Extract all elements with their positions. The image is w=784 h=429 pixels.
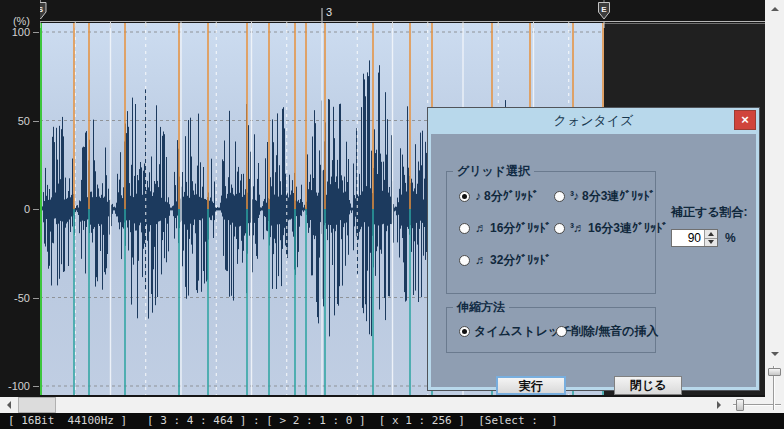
down-arrow-icon bbox=[771, 352, 779, 360]
spinner-down-button[interactable] bbox=[705, 238, 717, 247]
thirtysecond-note-icon: ♬ bbox=[475, 253, 486, 267]
group-label: 伸縮方法 bbox=[453, 300, 509, 315]
axis-tick bbox=[33, 32, 39, 33]
vertical-zoom-slider-thumb[interactable] bbox=[768, 368, 781, 376]
axis-tick bbox=[33, 298, 39, 299]
axis-tick bbox=[33, 209, 39, 210]
radio-16th-triplet-grid[interactable]: ³♬ 16分3連ｸﾞﾘｯﾄﾞ bbox=[554, 221, 668, 235]
spinner-up-button[interactable] bbox=[705, 230, 717, 238]
radio-button[interactable] bbox=[459, 191, 470, 202]
close-button[interactable]: 閉じる bbox=[614, 376, 682, 395]
vertical-scrollbar[interactable] bbox=[765, 0, 784, 413]
radio-button[interactable] bbox=[459, 326, 470, 337]
svg-text:S: S bbox=[40, 5, 44, 14]
quantize-dialog: クォンタイズ × グリッド選択 ♪ 8分ｸﾞﾘｯﾄﾞ ³♪ 8分3連ｸﾞﾘｯﾄﾞ… bbox=[428, 108, 759, 390]
radio-label: 8分ｸﾞﾘｯﾄﾞ bbox=[484, 188, 539, 205]
axis-tick bbox=[33, 386, 39, 387]
radio-8th-triplet-grid[interactable]: ³♪ 8分3連ｸﾞﾘｯﾄﾞ bbox=[554, 189, 655, 203]
eighth-note-icon: ♪ bbox=[475, 189, 480, 203]
percent-unit-label: % bbox=[725, 231, 736, 245]
down-arrow-icon bbox=[708, 240, 714, 247]
status-bar: [ 16Bit 44100Hz ] [ 3 : 4 : 464 ] : [ > … bbox=[0, 413, 784, 429]
up-arrow-icon bbox=[708, 229, 714, 236]
axis-tick-label: -100 bbox=[0, 379, 30, 393]
radio-delete-insert-silence[interactable]: 削除/無音の挿入 bbox=[556, 324, 659, 338]
axis-tick-label: 50 bbox=[0, 114, 30, 128]
radio-label: 32分ｸﾞﾘｯﾄﾞ bbox=[490, 252, 551, 269]
sixteenth-triplet-note-icon: ³♬ bbox=[570, 221, 584, 235]
eighth-triplet-note-icon: ³♪ bbox=[570, 189, 578, 203]
radio-16th-grid[interactable]: ♬ 16分ｸﾞﾘｯﾄﾞ bbox=[459, 221, 551, 235]
correction-ratio-spinner[interactable]: 90 bbox=[671, 229, 718, 247]
amplitude-axis: (%) 100500-50-100 bbox=[0, 0, 40, 397]
svg-text:E: E bbox=[601, 5, 607, 14]
group-label: グリッド選択 bbox=[453, 164, 534, 179]
radio-label: 8分3連ｸﾞﾘｯﾄﾞ bbox=[582, 188, 655, 205]
radio-button[interactable] bbox=[554, 191, 565, 202]
left-arrow-icon bbox=[3, 401, 11, 409]
up-arrow-icon bbox=[771, 3, 779, 11]
correction-ratio-label: 補正する割合: bbox=[671, 204, 748, 221]
scroll-right-button[interactable] bbox=[710, 397, 727, 413]
radio-button[interactable] bbox=[459, 223, 470, 234]
spinner-buttons bbox=[704, 230, 717, 246]
radio-button[interactable] bbox=[459, 255, 470, 266]
horizontal-scrollbar[interactable] bbox=[0, 397, 765, 413]
radio-label: 16分3連ｸﾞﾘｯﾄﾞ bbox=[588, 220, 668, 237]
spinner-value[interactable]: 90 bbox=[672, 230, 704, 246]
axis-tick-label: 0 bbox=[0, 202, 30, 216]
scroll-down-button[interactable] bbox=[765, 345, 784, 362]
dialog-title: クォンタイズ bbox=[428, 108, 759, 134]
dialog-titlebar[interactable]: クォンタイズ × bbox=[428, 108, 759, 134]
dialog-body: グリッド選択 ♪ 8分ｸﾞﾘｯﾄﾞ ³♪ 8分3連ｸﾞﾘｯﾄﾞ ♬ 16分ｸﾞﾘ… bbox=[431, 134, 756, 387]
axis-tick-label: -50 bbox=[0, 291, 30, 305]
close-icon[interactable]: × bbox=[734, 110, 756, 130]
scroll-up-button[interactable] bbox=[765, 0, 784, 17]
radio-label: 削除/無音の挿入 bbox=[571, 323, 659, 340]
execute-button[interactable]: 実行 bbox=[496, 376, 566, 395]
radio-button[interactable] bbox=[556, 326, 567, 337]
radio-label: 16分ｸﾞﾘｯﾄﾞ bbox=[490, 220, 551, 237]
radio-32nd-grid[interactable]: ♬ 32分ｸﾞﾘｯﾄﾞ bbox=[459, 253, 551, 267]
right-arrow-icon bbox=[717, 401, 725, 409]
radio-button[interactable] bbox=[554, 223, 565, 234]
axis-tick bbox=[33, 121, 39, 122]
sixteenth-note-icon: ♬ bbox=[475, 221, 486, 235]
radio-8th-grid[interactable]: ♪ 8分ｸﾞﾘｯﾄﾞ bbox=[459, 189, 539, 203]
scroll-left-button[interactable] bbox=[0, 397, 17, 413]
audio-editor-window: 3SE (%) 100500-50-100 クォンタイズ × グリッド選択 ♪ … bbox=[0, 0, 784, 429]
horizontal-zoom-slider-thumb[interactable] bbox=[736, 399, 744, 411]
horizontal-scroll-thumb[interactable] bbox=[18, 397, 56, 413]
svg-text:3: 3 bbox=[326, 6, 332, 18]
axis-tick-label: 100 bbox=[0, 25, 30, 39]
